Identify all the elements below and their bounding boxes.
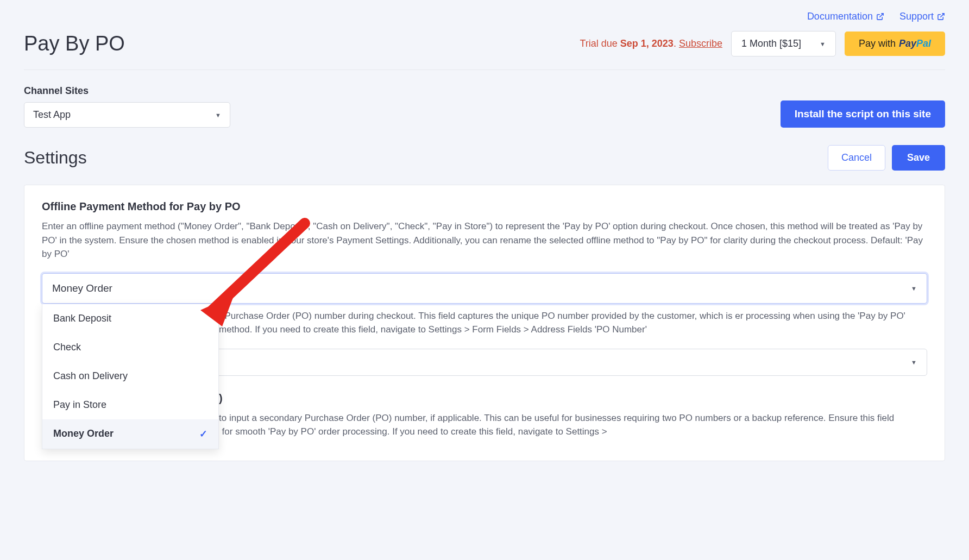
page-title: Pay By PO [24,32,125,55]
channel-site-value: Test App [33,109,71,121]
documentation-link[interactable]: Documentation [807,11,884,22]
channel-site-select[interactable]: Test App ▼ [24,102,230,128]
svg-line-1 [940,14,944,17]
cancel-button[interactable]: Cancel [828,145,885,171]
offline-payment-dropdown: Bank Deposit Check Cash on Delivery Pay … [42,304,219,449]
offline-payment-title: Offline Payment Method for Pay by PO [42,200,927,213]
caret-down-icon: ▼ [215,112,221,118]
caret-down-icon: ▼ [820,41,826,47]
install-script-button[interactable]: Install the script on this site [781,100,945,128]
settings-panel: Offline Payment Method for Pay by PO Ent… [24,185,945,461]
dropdown-option-pay-in-store[interactable]: Pay in Store [42,391,218,419]
save-button[interactable]: Save [892,145,945,171]
support-link[interactable]: Support [899,11,945,22]
channel-sites-label: Channel Sites [24,85,230,97]
documentation-label: Documentation [807,11,873,22]
svg-line-0 [879,14,883,17]
subscription-duration-value: 1 Month [$15] [741,38,801,49]
dropdown-option-check[interactable]: Check [42,333,218,362]
subscribe-link[interactable]: Subscribe [679,38,722,49]
trial-notice: Trial due Sep 1, 2023. Subscribe [580,38,722,49]
offline-payment-input[interactable] [52,282,571,294]
external-link-icon [876,12,884,21]
paypal-logo: PayPal [899,38,931,49]
caret-down-icon: ▼ [911,285,917,292]
dropdown-option-bank-deposit[interactable]: Bank Deposit [42,304,218,333]
offline-payment-select[interactable]: ▼ [42,273,927,304]
subscription-duration-select[interactable]: 1 Month [$15] ▼ [731,31,836,56]
support-label: Support [899,11,934,22]
dropdown-option-cash-on-delivery[interactable]: Cash on Delivery [42,362,218,391]
check-icon: ✓ [199,428,207,440]
caret-down-icon: ▼ [911,359,917,366]
pay-with-paypal-button[interactable]: Pay with PayPal [845,32,945,56]
settings-title: Settings [24,148,87,168]
dropdown-option-money-order[interactable]: Money Order ✓ [42,419,218,449]
offline-payment-desc: Enter an offline payment method ("Money … [42,219,927,261]
external-link-icon [937,12,945,21]
